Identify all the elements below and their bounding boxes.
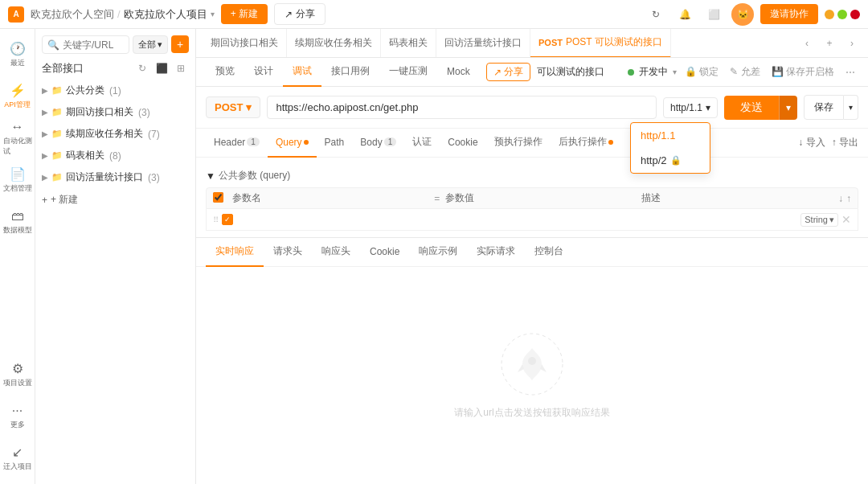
share-inline-button[interactable]: ↗ 分享 [486, 63, 530, 81]
method-select[interactable]: POST ▾ [206, 96, 260, 118]
response-tab-bar: 实时响应 请求头 响应头 Cookie 响应示例 实际请求 控制 [196, 238, 868, 267]
filter-select[interactable]: 全部 ▾ [133, 35, 168, 54]
send-dropdown-arrow[interactable]: ▾ [779, 96, 797, 120]
nav-item-docs[interactable]: 📄 文档管理 [3, 161, 32, 199]
project-label[interactable]: 欧克拉欣个人项目 ▾ [124, 7, 215, 22]
tab-3[interactable]: 回访活量统计接口 [436, 29, 530, 58]
nav-label-import: 迁入项目 [3, 461, 32, 472]
import-icon[interactable]: ↓ [838, 193, 843, 204]
param-tab-header[interactable]: Header 1 [206, 129, 268, 158]
sidebar-item-3[interactable]: ▶ 📁 码表相关 (8) [35, 145, 195, 166]
close-button[interactable] [850, 10, 860, 19]
edit-icon[interactable]: ✎ 允差 [727, 64, 763, 80]
top-bar: A 欧克拉欣个人空间 / 欧克拉欣个人项目 ▾ + 新建 ↗ 分享 ↻ 🔔 ⬜ … [0, 0, 868, 29]
delete-row-button[interactable]: ✕ [841, 213, 851, 226]
param-tab-body[interactable]: Body 1 [352, 129, 404, 158]
share-button[interactable]: ↗ 分享 [274, 3, 326, 25]
nav-label-auto: 自动化测试 [3, 136, 32, 157]
sidebar-item-count-1: (3) [138, 107, 150, 118]
invite-button[interactable]: 邀请协作 [760, 4, 818, 24]
tab-arrow-right[interactable]: › [842, 34, 862, 53]
sub-tab-usecase[interactable]: 接口用例 [321, 58, 379, 87]
search-input-wrap[interactable]: 🔍 [42, 35, 129, 54]
sub-tab-mock[interactable]: Mock [437, 58, 480, 87]
query-header[interactable]: ▼ 公共参数 (query) [206, 164, 858, 187]
new-button[interactable]: + 新建 [221, 4, 268, 24]
sidebar-collapse-icon[interactable]: ⬛ [154, 60, 170, 76]
nav-item-settings[interactable]: ⚙ 项目设置 [3, 355, 32, 394]
resp-tab-realtime[interactable]: 实时响应 [206, 238, 264, 267]
avatar[interactable]: 🐱 [731, 3, 754, 26]
type-select[interactable]: String ▾ [800, 213, 838, 227]
param-tab-query[interactable]: Query [268, 129, 317, 158]
param-tab-auth[interactable]: 认证 [404, 129, 440, 158]
export-icon[interactable]: ↑ [846, 193, 851, 204]
nav-item-recent[interactable]: 🕐 最近 [3, 35, 32, 74]
maximize-button[interactable] [837, 10, 847, 19]
tab-1[interactable]: 续期应收任务相关 [287, 29, 381, 58]
sidebar-add-button[interactable]: + [171, 35, 189, 53]
sub-tab-design[interactable]: 设计 [244, 58, 283, 87]
import-icon: ↙ [12, 445, 23, 460]
nav-item-data[interactable]: 🗃 数据模型 [3, 203, 32, 241]
env-label[interactable]: 开发中 [639, 65, 668, 79]
bell-icon[interactable]: 🔔 [674, 3, 696, 26]
resp-tab-actual[interactable]: 实际请求 [467, 238, 525, 267]
resp-tab-example[interactable]: 响应示例 [409, 238, 467, 267]
import-btn[interactable]: ↓ 导入 [798, 136, 825, 150]
params-table-header: 参数名 = 参数值 描述 ↓ ↑ [206, 187, 858, 209]
sub-tab-debug[interactable]: 调试 [283, 58, 321, 87]
http-option-2[interactable]: http/2 🔒 [631, 148, 710, 173]
http-version-arrow-icon: ▾ [706, 102, 710, 113]
window-icon[interactable]: ⬜ [702, 3, 725, 26]
sidebar-item-4[interactable]: ▶ 📁 回访活量统计接口 (3) [35, 166, 195, 188]
param-name-input[interactable] [236, 212, 797, 227]
param-tab-pre[interactable]: 预执行操作 [486, 129, 551, 158]
nav-item-import[interactable]: ↙ 迁入项目 [3, 439, 32, 478]
method-label: POST [215, 101, 243, 113]
sidebar-refresh-icon[interactable]: ↻ [134, 60, 150, 76]
check-all[interactable] [213, 192, 223, 203]
http-version-select[interactable]: http/1.1 ▾ [663, 97, 718, 118]
sidebar-expand-icon[interactable]: ⊞ [173, 60, 189, 76]
drag-handle-icon[interactable]: ⠿ [213, 215, 219, 224]
row-checkbox[interactable]: ✓ [222, 214, 233, 225]
tab-arrow-left[interactable]: ‹ [797, 34, 817, 53]
save-button[interactable]: 保存 [804, 95, 844, 120]
param-tab-post[interactable]: 后执行操作 [551, 129, 621, 158]
send-button[interactable]: 发送 [724, 96, 779, 120]
workspace-label[interactable]: 欧克拉欣个人空间 [31, 7, 114, 22]
tab-add-btn[interactable]: + [820, 34, 839, 53]
nav-item-api[interactable]: ⚡ API管理 [3, 77, 32, 116]
export-btn[interactable]: ↑ 导出 [832, 136, 858, 150]
sidebar-item-0[interactable]: ▶ 📁 公共分类 (1) [35, 80, 195, 101]
tab-0[interactable]: 期回访接口相关 [203, 29, 287, 58]
minimize-button[interactable] [825, 10, 834, 19]
project-dropdown-arrow[interactable]: ▾ [211, 10, 215, 18]
resp-tab-console[interactable]: 控制台 [525, 238, 573, 267]
env-arrow-icon[interactable]: ▾ [673, 68, 677, 76]
resp-tab-reqheader[interactable]: 请求头 [264, 238, 312, 267]
tab-4[interactable]: POST POST 可以测试的接口 [530, 29, 671, 58]
sub-tab-stress[interactable]: 一键压测 [379, 58, 437, 87]
save-open-icon[interactable]: 💾 保存开启格 [768, 64, 837, 80]
resp-tab-respheader[interactable]: 响应头 [312, 238, 360, 267]
nav-item-auto[interactable]: ↔ 自动化测试 [3, 119, 32, 158]
more-settings-icon[interactable]: ⋯ [842, 65, 858, 80]
param-tab-path[interactable]: Path [317, 129, 353, 158]
response-area: 实时响应 请求头 响应头 Cookie 响应示例 实际请求 控制 [196, 237, 868, 484]
param-tab-cookie[interactable]: Cookie [440, 129, 485, 158]
save-dropdown-arrow[interactable]: ▾ [844, 95, 858, 120]
sidebar-item-1[interactable]: ▶ 📁 期回访接口相关 (3) [35, 101, 195, 123]
tab-2[interactable]: 码表相关 [381, 29, 436, 58]
refresh-icon[interactable]: ↻ [645, 3, 667, 26]
sidebar-item-2[interactable]: ▶ 📁 续期应收任务相关 (7) [35, 123, 195, 145]
sidebar-new-button[interactable]: + + 新建 [35, 188, 195, 211]
nav-item-more[interactable]: ··· 更多 [3, 397, 32, 436]
lock-icon[interactable]: 🔒 锁定 [682, 64, 722, 80]
search-input[interactable] [63, 39, 124, 51]
http-option-1.1[interactable]: http/1.1 [631, 123, 710, 148]
url-input[interactable] [267, 96, 657, 119]
sub-tab-preview[interactable]: 预览 [206, 58, 244, 87]
resp-tab-cookie[interactable]: Cookie [360, 238, 409, 267]
